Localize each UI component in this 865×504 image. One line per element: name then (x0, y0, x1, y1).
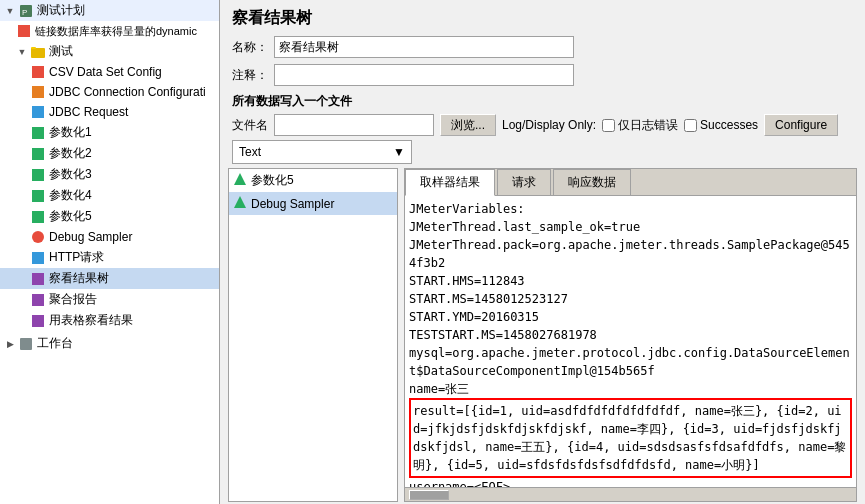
successes-checkbox-label[interactable]: Successes (684, 118, 758, 132)
plan-icon: P (18, 3, 34, 19)
jdbc-icon (30, 84, 46, 100)
expand-arrow-workbench: ▶ (4, 338, 16, 350)
param5-icon (30, 209, 46, 225)
expand-arrow-plan: ▼ (4, 5, 16, 17)
debug-icon (30, 229, 46, 245)
sidebar-item-label: 参数化1 (49, 124, 92, 141)
folder-icon (30, 44, 46, 60)
sidebar-item-label: 链接数据库率获得呈量的dynamic (35, 24, 197, 39)
content-tree: 参数化5 Debug Sampler (228, 168, 398, 502)
browse-button[interactable]: 浏览... (440, 114, 496, 136)
debug-tree-icon (233, 195, 247, 212)
log-display-label: Log/Display Only: (502, 118, 596, 132)
text-dropdown[interactable]: Text ▼ (232, 140, 412, 164)
section-label: 所有数据写入一个文件 (220, 89, 865, 112)
sidebar-item-label: 参数化3 (49, 166, 92, 183)
content-area: 参数化5 Debug Sampler 取样器结果 请求 响应数据 J (220, 166, 865, 504)
sidebar-item-http[interactable]: HTTP请求 (0, 247, 219, 268)
file-input[interactable] (274, 114, 434, 136)
comment-row: 注释： (220, 61, 865, 89)
sidebar-item-csv[interactable]: CSV Data Set Config (0, 62, 219, 82)
successes-label: Successes (700, 118, 758, 132)
horizontal-scrollbar[interactable] (405, 487, 856, 501)
sidebar-item-link-sampler[interactable]: 链接数据库率获得呈量的dynamic (0, 21, 219, 41)
sidebar-item-test[interactable]: ▼ 测试 (0, 41, 219, 62)
tab-response[interactable]: 响应数据 (553, 169, 631, 195)
name-label: 名称： (232, 39, 268, 56)
successes-checkbox[interactable] (684, 119, 697, 132)
tab-request[interactable]: 请求 (497, 169, 551, 195)
comment-label: 注释： (232, 67, 268, 84)
sidebar-item-jdbc[interactable]: JDBC Connection Configurati (0, 82, 219, 102)
sidebar-item-label: 用表格察看结果 (49, 312, 133, 329)
param3-icon (30, 167, 46, 183)
param1-icon (30, 125, 46, 141)
sidebar-item-label: Debug Sampler (49, 230, 132, 244)
sidebar-item-table-result[interactable]: 用表格察看结果 (0, 310, 219, 331)
expand-arrow-test: ▼ (16, 46, 28, 58)
param5-tree-icon (233, 172, 247, 189)
workbench-icon (18, 336, 34, 352)
file-label: 文件名 (232, 117, 268, 134)
toolbar-row: Text ▼ (220, 138, 865, 166)
content-tree-item-debug[interactable]: Debug Sampler (229, 192, 397, 215)
name-row: 名称： (220, 33, 865, 61)
sidebar-item-label: 参数化4 (49, 187, 92, 204)
sidebar-item-label: 工作台 (37, 335, 73, 352)
left-panel: ▼ P 测试计划 链接数据库率获得呈量的dynamic ▼ 测试 CSV Dat… (0, 0, 220, 504)
sidebar-item-label: CSV Data Set Config (49, 65, 162, 79)
content-tree-item-label: 参数化5 (251, 172, 294, 189)
sidebar-item-label: 测试 (49, 43, 73, 60)
svg-marker-8 (234, 196, 246, 208)
sidebar-item-label: 参数化5 (49, 208, 92, 225)
csv-icon (30, 64, 46, 80)
param4-icon (30, 188, 46, 204)
sidebar-item-label: JDBC Request (49, 105, 128, 119)
sidebar-item-test-plan[interactable]: ▼ P 测试计划 (0, 0, 219, 21)
configure-button[interactable]: Configure (764, 114, 838, 136)
right-panel: 察看结果树 名称： 注释： 所有数据写入一个文件 文件名 浏览... Log/D… (220, 0, 865, 504)
dropdown-arrow-icon: ▼ (393, 145, 405, 159)
sampler-icon (16, 23, 32, 39)
sidebar-item-param2[interactable]: 参数化2 (0, 143, 219, 164)
svg-rect-5 (20, 338, 32, 350)
sidebar-item-label: 聚合报告 (49, 291, 97, 308)
result-content[interactable]: JMeterVariables: JMeterThread.last_sampl… (405, 196, 856, 487)
sidebar-item-label: HTTP请求 (49, 249, 104, 266)
result-highlight: result=[{id=1, uid=asdfdfdfdfdfdfdfdf, n… (409, 398, 852, 478)
sidebar-item-param3[interactable]: 参数化3 (0, 164, 219, 185)
http-icon (30, 250, 46, 266)
sidebar-item-aggregate[interactable]: 聚合报告 (0, 289, 219, 310)
param2-icon (30, 146, 46, 162)
content-tree-item-label: Debug Sampler (251, 197, 334, 211)
sidebar-item-label: JDBC Connection Configurati (49, 85, 206, 99)
sidebar-item-result-tree[interactable]: 察看结果树 (0, 268, 219, 289)
result-area: 取样器结果 请求 响应数据 JMeterVariables: JMeterThr… (404, 168, 857, 502)
aggregate-icon (30, 292, 46, 308)
errors-label: 仅日志错误 (618, 117, 678, 134)
sidebar-item-param5[interactable]: 参数化5 (0, 206, 219, 227)
result-text-pre: JMeterVariables: JMeterThread.last_sampl… (409, 200, 852, 487)
sidebar-item-workbench[interactable]: ▶ 工作台 (0, 333, 219, 354)
sidebar-item-debug[interactable]: Debug Sampler (0, 227, 219, 247)
tab-sampler-result[interactable]: 取样器结果 (405, 169, 495, 196)
file-row: 文件名 浏览... Log/Display Only: 仅日志错误 Succes… (220, 112, 865, 138)
errors-checkbox[interactable] (602, 119, 615, 132)
errors-checkbox-label[interactable]: 仅日志错误 (602, 117, 678, 134)
sidebar-item-label: 察看结果树 (49, 270, 109, 287)
name-input[interactable] (274, 36, 574, 58)
tabs-row: 取样器结果 请求 响应数据 (405, 169, 856, 196)
sidebar-item-label: 测试计划 (37, 2, 85, 19)
result-tree-icon (30, 271, 46, 287)
jdbc-req-icon (30, 104, 46, 120)
svg-marker-6 (234, 173, 246, 185)
sidebar-item-jdbc-req[interactable]: JDBC Request (0, 102, 219, 122)
text-dropdown-label: Text (239, 145, 261, 159)
content-tree-item-param5[interactable]: 参数化5 (229, 169, 397, 192)
sidebar-item-param4[interactable]: 参数化4 (0, 185, 219, 206)
sidebar-item-label: 参数化2 (49, 145, 92, 162)
panel-title: 察看结果树 (220, 0, 865, 33)
table-result-icon (30, 313, 46, 329)
comment-input[interactable] (274, 64, 574, 86)
sidebar-item-param1[interactable]: 参数化1 (0, 122, 219, 143)
